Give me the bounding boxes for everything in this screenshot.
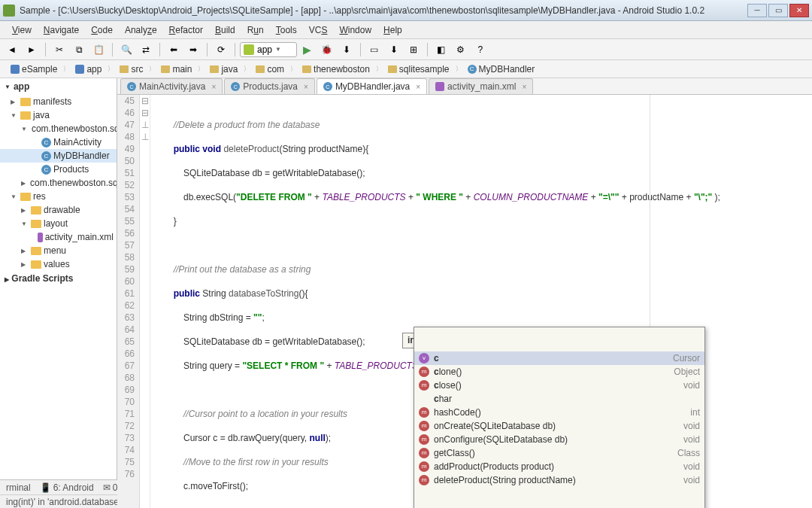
avd-button[interactable]: ▭ <box>365 41 383 58</box>
copy-button[interactable]: ⧉ <box>70 41 88 58</box>
menu-navigate[interactable]: Navigate <box>38 23 85 37</box>
menu-run[interactable]: Run <box>241 23 270 37</box>
toolbar-back-button[interactable]: ◄ <box>3 41 21 58</box>
autocomplete-item[interactable]: vcCursor <box>414 351 704 365</box>
tree-item-manifests[interactable]: ▶manifests <box>0 95 117 108</box>
settings-button[interactable]: ⚙ <box>452 41 470 58</box>
tree-item-mainactivity[interactable]: CMainActivity <box>0 135 117 149</box>
code-editor[interactable]: 4546474849505152535455565758596061626364… <box>117 95 812 508</box>
close-icon[interactable]: × <box>211 83 216 91</box>
project-tree[interactable]: ▼ app ▶manifests▼java▼com.thenewboston.s… <box>0 78 117 479</box>
crumb-main[interactable]: main <box>156 62 196 76</box>
autocomplete-item[interactable]: monConfigure(SQLiteDatabase db)void <box>414 433 704 446</box>
close-icon[interactable]: × <box>416 83 420 91</box>
maximize-button[interactable]: ▭ <box>768 4 788 17</box>
toolbar: ◄ ► ✂ ⧉ 📋 🔍 ⇄ ⬅ ➡ ⟳ app ▼ ▶ 🐞 ⬇ ▭ ⬇ ⊞ ◧ … <box>0 39 812 60</box>
run-button[interactable]: ▶ <box>298 41 317 58</box>
autocomplete-item[interactable]: monCreate(SQLiteDatabase db)void <box>414 419 704 433</box>
replace-button[interactable]: ⇄ <box>137 41 155 58</box>
tree-item-drawable[interactable]: ▶drawable <box>0 203 117 217</box>
tree-item-values[interactable]: ▶values <box>0 257 117 271</box>
tree-item-mydbhandler[interactable]: CMyDBHandler <box>0 149 117 163</box>
menu-analyze[interactable]: Analyze <box>119 23 163 37</box>
autocomplete-popup[interactable]: vcCursormclone()Objectmclose()voidcharmh… <box>414 327 705 508</box>
attach-button[interactable]: ⬇ <box>338 41 356 58</box>
crumb-project[interactable]: eSample <box>6 62 62 76</box>
tree-item-activity-main-xml[interactable]: activity_main.xml <box>0 230 117 244</box>
tree-item-com-thenewboston-sqli[interactable]: ▶com.thenewboston.sqli <box>0 176 117 190</box>
code-area[interactable]: //Delete a product from the database pub… <box>150 95 812 508</box>
sync-button[interactable]: ⟳ <box>212 41 230 58</box>
editor-tabs: CMainActivity.java×CProducts.java×CMyDBH… <box>117 78 812 95</box>
sdk-button[interactable]: ⬇ <box>385 41 403 58</box>
android-icon <box>244 44 254 55</box>
crumb-src[interactable]: src <box>115 62 147 76</box>
ddms-button[interactable]: ⊞ <box>404 41 423 58</box>
tab-mainactivity-java[interactable]: CMainActivity.java× <box>120 78 223 94</box>
crumb-java[interactable]: java <box>205 62 242 76</box>
android-tab[interactable]: 📱 6: Android <box>40 482 94 493</box>
breadcrumb: eSample〉 app〉 src〉 main〉 java〉 com〉 then… <box>0 60 812 78</box>
menu-tools[interactable]: Tools <box>270 23 303 37</box>
menubar: View Navigate Code Analyze Refactor Buil… <box>0 21 812 39</box>
terminal-tab[interactable]: rminal <box>6 482 31 493</box>
window-title: Sample - [C:\Users\Bucky\Desktop\Android… <box>20 5 747 16</box>
window-titlebar: Sample - [C:\Users\Bucky\Desktop\Android… <box>0 0 812 21</box>
back-nav-button[interactable]: ⬅ <box>165 41 183 58</box>
paste-button[interactable]: 📋 <box>89 41 108 58</box>
cut-button[interactable]: ✂ <box>50 41 68 58</box>
menu-refactor[interactable]: Refactor <box>163 23 209 37</box>
autocomplete-item[interactable]: maddProduct(Products product)void <box>414 460 704 473</box>
tree-item-products[interactable]: CProducts <box>0 163 117 176</box>
line-gutter: 4546474849505152535455565758596061626364… <box>117 95 140 508</box>
tab-mydbhandler-java[interactable]: CMyDBHandler.java× <box>317 78 427 94</box>
tab-activity-main-xml[interactable]: activity_main.xml× <box>429 78 533 94</box>
crumb-class[interactable]: CMyDBHandler <box>463 62 540 76</box>
autocomplete-item[interactable]: mhashCode()int <box>414 406 704 419</box>
menu-help[interactable]: Help <box>377 23 408 37</box>
menu-vcs[interactable]: VCS <box>303 23 334 37</box>
menu-code[interactable]: Code <box>85 23 119 37</box>
tree-item-menu[interactable]: ▶menu <box>0 244 117 257</box>
close-icon[interactable]: × <box>522 83 526 91</box>
autocomplete-item[interactable]: mdeleteProduct(String productName)void <box>414 473 704 487</box>
help-button[interactable]: ? <box>471 41 489 58</box>
menu-build[interactable]: Build <box>209 23 241 37</box>
crumb-com[interactable]: com <box>251 62 289 76</box>
structure-button[interactable]: ◧ <box>432 41 450 58</box>
crumb-app[interactable]: app <box>71 62 106 76</box>
autocomplete-item[interactable]: char <box>414 392 704 406</box>
autocomplete-item[interactable]: mclone()Object <box>414 365 704 379</box>
run-config-label: app <box>257 44 272 55</box>
run-config-select[interactable]: app ▼ <box>240 42 297 57</box>
app-icon <box>3 5 15 17</box>
menu-view[interactable]: View <box>6 23 38 37</box>
menu-window[interactable]: Window <box>333 23 377 37</box>
tree-header[interactable]: ▼ app <box>0 78 117 95</box>
tab-products-java[interactable]: CProducts.java× <box>224 78 315 94</box>
tree-item-java[interactable]: ▼java <box>0 108 117 122</box>
debug-button[interactable]: 🐞 <box>318 41 336 58</box>
autocomplete-item[interactable]: mgetClass()Class <box>414 446 704 460</box>
close-icon[interactable]: × <box>304 83 308 91</box>
gradle-scripts[interactable]: ▶ Gradle Scripts <box>0 271 117 286</box>
tree-item-layout[interactable]: ▼layout <box>0 217 117 230</box>
crumb-thenewboston[interactable]: thenewboston <box>298 62 374 76</box>
crumb-sqlitesample[interactable]: sqlitesample <box>383 62 454 76</box>
fold-gutter[interactable]: ⊟⊟⊥⊥ <box>140 95 150 508</box>
close-button[interactable]: ✕ <box>789 4 809 17</box>
minimize-button[interactable]: ─ <box>747 4 767 17</box>
tree-item-res[interactable]: ▼res <box>0 190 117 203</box>
find-button[interactable]: 🔍 <box>117 41 135 58</box>
autocomplete-item[interactable]: mclose()void <box>414 379 704 392</box>
toolbar-forward-button[interactable]: ► <box>23 41 41 58</box>
tree-item-com-thenewboston-sqli[interactable]: ▼com.thenewboston.sqli <box>0 122 117 135</box>
forward-nav-button[interactable]: ➡ <box>184 41 202 58</box>
